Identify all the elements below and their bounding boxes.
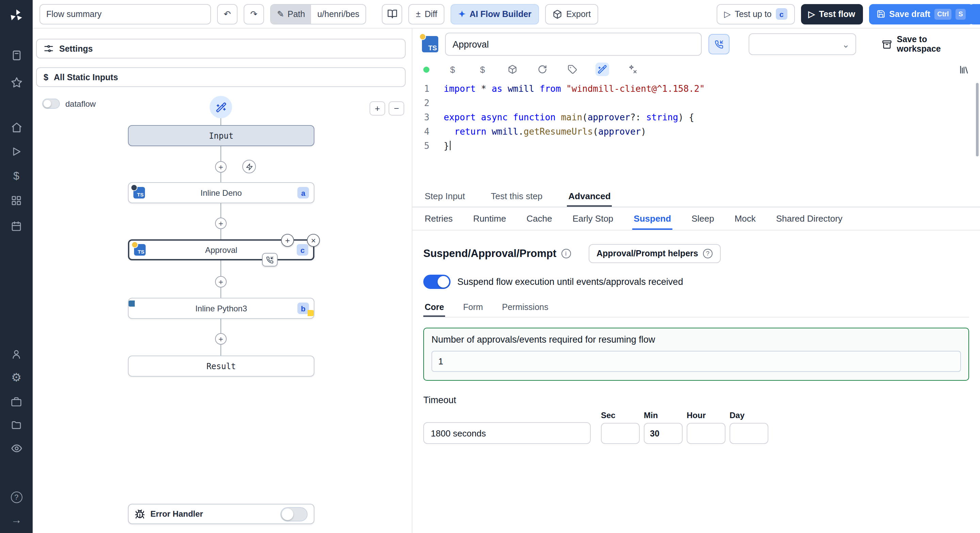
input-node[interactable]: Input <box>128 125 314 146</box>
save-to-workspace-button[interactable]: Save to workspace <box>882 35 970 54</box>
help-icon[interactable]: ? <box>0 488 33 506</box>
diff-button[interactable]: ± Diff <box>408 4 445 24</box>
path-group[interactable]: ✎ Path u/henri/bes <box>270 4 366 24</box>
library-icon[interactable] <box>959 64 969 75</box>
inline-deno-node[interactable]: TS Inline Deno a <box>128 182 314 203</box>
editor-scrollbar[interactable] <box>976 83 978 156</box>
diff-icon: ± <box>416 9 421 19</box>
bolt-icon <box>245 163 253 170</box>
zoom-in-button[interactable]: + <box>369 101 385 116</box>
code-line-5[interactable]: 5} <box>412 139 980 153</box>
suspend-tab-permissions[interactable]: Permissions <box>501 298 550 317</box>
suspend-toggle[interactable] <box>423 274 450 289</box>
reload-icon[interactable] <box>536 63 549 76</box>
trigger-bolt-button[interactable] <box>242 160 256 173</box>
suspend-tab-core[interactable]: Core <box>423 298 445 317</box>
dependencies-icon[interactable] <box>506 63 519 76</box>
insert-step-button[interactable]: + <box>215 161 227 173</box>
all-static-inputs-button[interactable]: $ All Static Inputs <box>36 67 406 87</box>
test-up-to-button[interactable]: ▷ Test up to c <box>717 4 795 24</box>
redo-button[interactable]: ↷ <box>243 4 264 24</box>
redo-icon: ↷ <box>250 9 258 19</box>
path-edit-chip[interactable]: ✎ Path <box>271 5 311 24</box>
collapse-rail-icon[interactable]: → <box>0 511 33 529</box>
windmill-logo[interactable] <box>0 7 33 24</box>
home-icon[interactable] <box>0 118 33 136</box>
ai-generate-icon[interactable] <box>595 63 609 76</box>
timeout-min-input[interactable] <box>644 423 682 444</box>
export-button[interactable]: Export <box>545 4 598 24</box>
audit-eye-icon[interactable] <box>0 439 33 457</box>
undo-button[interactable]: ↶ <box>217 4 237 24</box>
subtab-retries[interactable]: Retries <box>423 207 454 230</box>
approval-prompt-helpers-button[interactable]: Approval/Prompt helpers ? <box>588 244 721 263</box>
insert-step-button[interactable]: + <box>215 333 227 345</box>
approval-phone-button[interactable] <box>708 34 729 54</box>
save-draft-button[interactable]: Save draft Ctrl S <box>869 4 973 24</box>
undo-icon: ↶ <box>224 9 231 19</box>
code-line-1[interactable]: 1import * as wmill from "windmill-client… <box>412 82 980 96</box>
suspend-tab-form[interactable]: Form <box>462 298 484 317</box>
code-line-3[interactable]: 3export async function main(approver?: s… <box>412 110 980 124</box>
schedules-calendar-icon[interactable] <box>0 217 33 235</box>
runs-icon[interactable] <box>0 143 33 160</box>
suspend-phone-icon[interactable] <box>262 253 278 266</box>
timeout-sec-input[interactable] <box>601 423 640 444</box>
subtab-runtime[interactable]: Runtime <box>472 207 508 230</box>
line-number: 1 <box>412 82 440 96</box>
ai-wand-button[interactable] <box>210 96 232 118</box>
settings-gear-icon[interactable]: ⚙ <box>0 368 33 386</box>
subtab-early-stop[interactable]: Early Stop <box>571 207 614 230</box>
tab-advanced[interactable]: Advanced <box>567 186 612 207</box>
code-line-4[interactable]: 4 return wmill.getResumeUrls(approver) <box>412 124 980 139</box>
error-handler-row[interactable]: Error Handler <box>128 504 314 524</box>
test-flow-button[interactable]: ▷ Test flow <box>801 4 863 24</box>
subtab-cache[interactable]: Cache <box>525 207 553 230</box>
flow-settings-button[interactable]: Settings <box>36 39 406 59</box>
context-variable-icon[interactable]: $ <box>476 63 489 76</box>
insert-step-button[interactable]: + <box>215 217 227 229</box>
insert-branch-button[interactable]: + <box>281 234 294 247</box>
timeout-day-input[interactable] <box>730 423 768 444</box>
dataflow-toggle[interactable] <box>42 98 60 109</box>
inline-python-node[interactable]: Inline Python3 b <box>128 298 314 319</box>
zoom-out-button[interactable]: − <box>388 101 404 116</box>
ai-flow-builder-button[interactable]: ✦ AI Flow Builder <box>451 4 539 24</box>
folders-icon[interactable] <box>0 416 33 434</box>
users-icon[interactable] <box>0 345 33 363</box>
approvals-required-input[interactable] <box>431 351 961 372</box>
info-icon[interactable]: i <box>561 249 571 259</box>
tab-test-this-step[interactable]: Test this step <box>490 186 544 207</box>
deploy-button-partial[interactable] <box>969 4 980 24</box>
result-node[interactable]: Result <box>128 355 314 377</box>
step-name-input[interactable] <box>445 33 701 56</box>
subtab-suspend[interactable]: Suspend <box>632 207 672 230</box>
variables-icon[interactable]: $ <box>0 167 33 185</box>
timeout-seconds-input[interactable] <box>423 422 591 444</box>
dataflow-row: dataflow <box>42 98 95 109</box>
code-editor[interactable]: 1import * as wmill from "windmill-client… <box>412 79 980 186</box>
approval-node[interactable]: TS Approval c + × <box>128 239 314 260</box>
ai-reset-icon[interactable] <box>625 63 639 76</box>
favorites-star-icon[interactable] <box>0 73 33 91</box>
resources-icon[interactable] <box>0 192 33 209</box>
workers-icon[interactable] <box>0 393 33 411</box>
variable-picker-icon[interactable]: $ <box>446 63 460 76</box>
code-line-2[interactable]: 2 <box>412 96 980 110</box>
tab-step-input[interactable]: Step Input <box>423 186 466 207</box>
delete-step-button[interactable]: × <box>307 234 320 247</box>
insert-step-button[interactable]: + <box>215 276 227 287</box>
subtab-mock[interactable]: Mock <box>733 207 757 230</box>
script-version-dropdown[interactable]: ⌄ <box>748 33 856 55</box>
timeout-hour-input[interactable] <box>687 423 725 444</box>
magic-wand-icon <box>215 102 226 113</box>
flow-summary-input[interactable] <box>40 4 211 24</box>
pencil-icon: ✎ <box>277 9 284 19</box>
apps-icon[interactable] <box>0 46 33 64</box>
error-handler-toggle[interactable] <box>280 507 308 521</box>
subtab-sleep[interactable]: Sleep <box>690 207 716 230</box>
tag-icon[interactable] <box>566 63 579 76</box>
subtab-shared-directory[interactable]: Shared Directory <box>775 207 844 230</box>
docs-button[interactable] <box>382 4 402 24</box>
flow-connector-line <box>221 117 221 356</box>
